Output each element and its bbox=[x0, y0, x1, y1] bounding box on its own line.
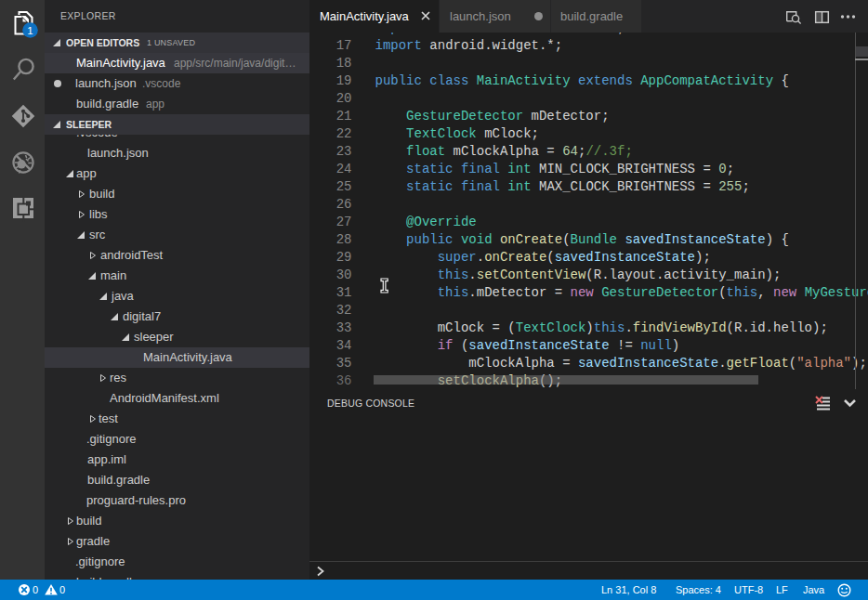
svg-text:1: 1 bbox=[27, 25, 33, 36]
